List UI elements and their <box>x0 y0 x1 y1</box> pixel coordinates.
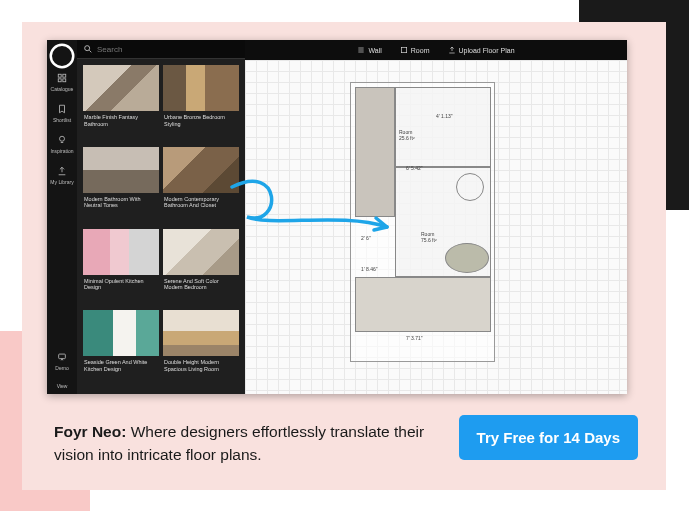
dimension: 4' 1.13" <box>436 113 453 119</box>
thumbnail <box>163 147 239 193</box>
card-title: Minimal Opulent Kitchen Design <box>83 275 159 291</box>
card-title: Double Height Modern Spacious Living Roo… <box>163 356 239 372</box>
rail-mylibrary[interactable]: My Library <box>47 161 77 190</box>
svg-point-0 <box>51 45 74 68</box>
search-icon <box>83 44 93 54</box>
app-window: Catalogue Shortlist Inspiration My Libra… <box>47 40 627 394</box>
grid-icon <box>57 73 67 83</box>
rail-demo[interactable]: Demo <box>47 347 77 376</box>
dimension: 6' 5.42" <box>406 165 423 171</box>
promo-caption: Foyr Neo: Where designers effortlessly t… <box>54 421 454 466</box>
catalogue-panel: Marble Finish Fantasy Bathroom Urbane Br… <box>77 40 245 394</box>
rail-label: My Library <box>50 179 73 185</box>
card-title: Modern Contemporary Bathroom And Closet <box>163 193 239 209</box>
card-title: Marble Finish Fantasy Bathroom <box>83 111 159 127</box>
thumbnail <box>83 65 159 111</box>
svg-rect-4 <box>63 79 66 82</box>
upload-icon <box>448 46 456 54</box>
svg-rect-2 <box>63 74 66 77</box>
rail-inspiration[interactable]: Inspiration <box>47 130 77 159</box>
thumbnail <box>83 310 159 356</box>
thumbnail <box>163 310 239 356</box>
promo-frame: Catalogue Shortlist Inspiration My Libra… <box>22 22 666 490</box>
tool-room[interactable]: Room <box>400 46 430 54</box>
plan-fixture <box>456 173 484 201</box>
catalogue-card[interactable]: Marble Finish Fantasy Bathroom <box>83 65 159 143</box>
rail-label: Shortlist <box>53 117 71 123</box>
rail-shortlist[interactable]: Shortlist <box>47 99 77 128</box>
canvas-toolbar: Wall Room Upload Floor Plan <box>245 40 627 60</box>
bookmark-icon <box>57 104 67 114</box>
catalogue-grid: Marble Finish Fantasy Bathroom Urbane Br… <box>77 59 245 394</box>
svg-point-7 <box>85 46 90 51</box>
svg-rect-3 <box>58 79 61 82</box>
dimension: 1' 8.46" <box>361 266 378 272</box>
catalogue-card[interactable]: Seaside Green And White Kitchen Design <box>83 310 159 388</box>
thumbnail <box>83 229 159 275</box>
plan-room[interactable] <box>355 277 491 332</box>
thumbnail <box>163 65 239 111</box>
app-logo <box>47 46 77 66</box>
svg-rect-8 <box>401 47 406 52</box>
plan-fixture <box>445 243 489 273</box>
card-title: Modern Bathroom With Neutral Tones <box>83 193 159 209</box>
room-dim: 25.6 ft² <box>399 135 415 141</box>
chat-icon <box>57 352 67 362</box>
tool-wall[interactable]: Wall <box>357 46 381 54</box>
card-title: Urbane Bronze Bedroom Styling <box>163 111 239 127</box>
dimension: 7' 3.71" <box>406 335 423 341</box>
svg-point-5 <box>60 136 65 141</box>
catalogue-card[interactable]: Minimal Opulent Kitchen Design <box>83 229 159 307</box>
svg-rect-1 <box>58 74 61 77</box>
catalogue-card[interactable]: Urbane Bronze Bedroom Styling <box>163 65 239 143</box>
rail-catalogue[interactable]: Catalogue <box>47 68 77 97</box>
rail-label: Catalogue <box>51 86 74 92</box>
bulb-icon <box>57 135 67 145</box>
floor-plan[interactable]: Room 25.6 ft² Room 75.6 ft² 4' 1.13" 6' … <box>350 82 495 362</box>
plan-room[interactable] <box>395 87 491 167</box>
canvas-area[interactable]: Wall Room Upload Floor Plan <box>245 40 627 394</box>
room-icon <box>400 46 408 54</box>
rail-view[interactable]: View <box>47 378 77 394</box>
left-rail: Catalogue Shortlist Inspiration My Libra… <box>47 40 77 394</box>
card-title: Seaside Green And White Kitchen Design <box>83 356 159 372</box>
wall-icon <box>357 46 365 54</box>
plan-room[interactable] <box>355 87 395 217</box>
room-dim: 75.6 ft² <box>421 237 437 243</box>
catalogue-card[interactable]: Modern Bathroom With Neutral Tones <box>83 147 159 225</box>
upload-icon <box>57 166 67 176</box>
catalogue-card[interactable]: Modern Contemporary Bathroom And Closet <box>163 147 239 225</box>
tool-upload[interactable]: Upload Floor Plan <box>448 46 515 54</box>
rail-label: Inspiration <box>50 148 73 154</box>
caption-bold: Foyr Neo: <box>54 423 126 440</box>
thumbnail <box>163 229 239 275</box>
thumbnail <box>83 147 159 193</box>
catalogue-card[interactable]: Serene And Soft Color Modern Bedroom <box>163 229 239 307</box>
cta-button[interactable]: Try Free for 14 Days <box>459 415 638 460</box>
dimension: 2' 6" <box>361 235 371 241</box>
search-input[interactable] <box>97 45 239 54</box>
search-row <box>77 40 245 59</box>
catalogue-card[interactable]: Double Height Modern Spacious Living Roo… <box>163 310 239 388</box>
card-title: Serene And Soft Color Modern Bedroom <box>163 275 239 291</box>
